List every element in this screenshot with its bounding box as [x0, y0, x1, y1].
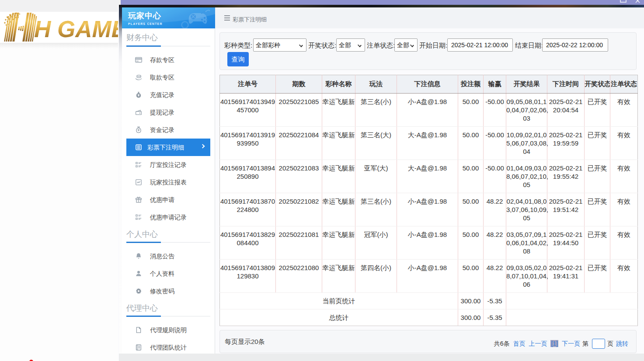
svg-text:H GAME: H GAME: [34, 16, 118, 42]
